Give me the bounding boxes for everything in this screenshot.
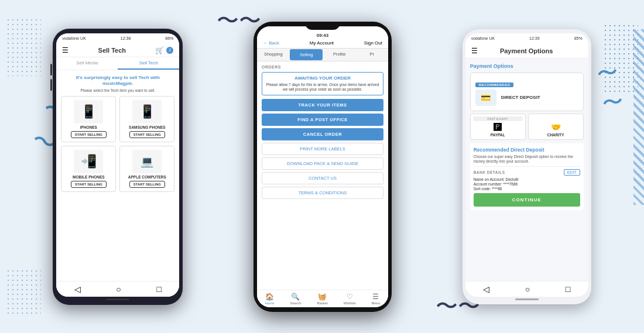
home-button-icon[interactable]: ○ [116,284,121,294]
list-item: 💻 APPLE COMPUTERS START SELLING [119,146,174,192]
nav-wishlist[interactable]: ♡ Wishlist [344,293,356,305]
background: 〜〜 〜〜 〜〜 〜〜 vodafone UK 12:38 86% ☰ Sell… [0,0,644,333]
recommended-badge: RECOMMENDED [475,83,514,87]
decoration-wave-right: 〜〜 [595,57,626,119]
sell-tech-headline: It's surprisingly easy to sell Tech with… [61,75,174,87]
fast-easy-badge: FAST & EASY [473,116,523,121]
tab-sell-tech[interactable]: Sell Tech [118,57,179,70]
nav-basket[interactable]: 🧺 Basket [317,293,327,305]
sell-tech-subtext: Please select the Tech item you want to … [61,88,174,92]
apple-start-selling[interactable]: START SELLING [129,181,165,188]
phone-2-body: ORDERS AWAITING YOUR ORDER Please allow … [257,61,388,290]
paypal-icon: 🅿 [494,122,502,132]
my-account-link[interactable]: My Account [310,40,334,46]
tab-selling[interactable]: Selling [290,49,323,60]
nav-menu[interactable]: ☰ Menu [371,293,380,305]
phone-2-tabs: Shopping Selling Profile Pr [257,49,388,61]
back-button[interactable]: ← Back [263,40,279,46]
cart-icon[interactable]: 🛒 [155,46,164,54]
payment-options-title: Payment Options [500,47,553,54]
basket-icon: 🧺 [318,293,327,301]
recommended-description: Choose our super easy Direct Deposit opt… [474,155,580,164]
direct-deposit-icon: 💳 [475,90,496,106]
bank-name-row: Name on Account: Decluttr [474,177,580,181]
nav-search[interactable]: 🔍 Search [290,293,301,305]
phone-2-container: 09:43 ← Back My Account Sign Out Shoppin… [254,22,392,312]
list-item: 📱 SAMSUNG PHONES START SELLING [119,96,174,142]
apple-image: 💻 [132,150,162,173]
wishlist-icon: ♡ [347,293,353,301]
find-post-office-button[interactable]: FIND A POST OFFICE [262,114,383,126]
phone-3-carrier: vodafone UK [471,36,495,40]
awaiting-order-box: AWAITING YOUR ORDER Please allow 7 days … [262,72,383,96]
awaiting-text: Please allow 7 days for this to arrive. … [266,83,379,92]
direct-deposit-card[interactable]: RECOMMENDED 💳 DIRECT DEPOSIT [470,73,584,111]
samsung-start-selling[interactable]: START SELLING [129,131,165,138]
continue-button[interactable]: CONTINUE [474,193,580,207]
overview-button-icon[interactable]: □ [157,284,162,294]
phone-1-title: Sell Tech [98,47,126,54]
phone-3-back-icon[interactable]: ◁ [483,284,489,294]
phone-3-bezel: vodafone UK 12:39 85% ☰ Payment Options … [463,29,591,304]
phone-1-tabs: Sell Media Sell Tech [56,57,179,70]
fast-easy-section: FAST & EASY 🅿 PAYPAL x 🤝 CHARITY [470,114,584,140]
phone-1-side-buttons [50,64,52,91]
tab-more[interactable]: Pr [355,49,388,61]
back-button-icon[interactable]: ◁ [74,284,81,294]
phone-1-vol-down [50,79,52,91]
phone-1-carrier: vodafone UK [62,36,85,40]
bank-details-label: BANK DETAILS [474,170,505,174]
nav-home[interactable]: 🏠 Home [265,293,274,305]
charity-card[interactable]: x 🤝 CHARITY [528,114,584,140]
iphones-start-selling[interactable]: START SELLING [71,131,107,138]
track-items-button[interactable]: TRACK YOUR ITEMS [262,99,383,111]
phone-1-status-bar: vodafone UK 12:38 86% [56,33,179,44]
phone-3-home-icon[interactable]: ○ [525,284,530,294]
phone-1-battery: 86% [165,36,173,40]
decoration-dots-right [603,23,638,94]
download-guide-button[interactable]: DOWNLOAD PACK & SEND GUIDE [262,157,383,170]
terms-conditions-button[interactable]: TERMS & CONDITIONS [262,187,383,199]
phone-3-menu-icon[interactable]: ☰ [471,47,478,55]
phone-3-battery: 85% [574,36,583,40]
phone-3-bottom-nav: ◁ ○ □ [465,281,588,297]
recommended-title: Recommended Direct Deposit [474,147,580,153]
paypal-label: PAYPAL [491,133,505,137]
charity-icon: 🤝 [551,122,561,132]
samsung-image: 📱 [132,100,162,123]
cancel-order-button[interactable]: CANCEL ORDER [262,128,383,140]
phone-3-time: 12:39 [529,36,540,40]
list-item: 📱 IPHONES START SELLING [61,96,116,142]
iphones-label: IPHONES [80,125,97,129]
phone-3-body: Payment Options RECOMMENDED 💳 DIRECT DEP… [465,59,588,281]
tab-sell-media[interactable]: Sell Media [56,57,118,70]
phone-1-home-indicator [106,298,129,300]
mobile-label: MOBILE PHONES [73,175,105,179]
product-grid: 📱 IPHONES START SELLING 📱 SAMSUNG PHONES… [61,96,174,192]
phone-3-container: vodafone UK 12:39 85% ☰ Payment Options … [463,29,591,304]
bank-account-row: Account number: ****7686 [474,182,580,186]
apple-label: APPLE COMPUTERS [128,175,166,179]
phone-1-container: vodafone UK 12:38 86% ☰ Sell Tech 🛒 2 [53,29,183,305]
phone-1-body: It's surprisingly easy to sell Tech with… [56,70,179,281]
hamburger-icon[interactable]: ☰ [62,46,68,54]
direct-deposit-label: DIRECT DEPOSIT [501,95,540,100]
print-labels-button[interactable]: PRINT MORE LABELS [262,143,383,155]
phone-2-bottom-nav: 🏠 Home 🔍 Search 🧺 Basket ♡ Wishlist [257,290,388,307]
tab-profile[interactable]: Profile [323,49,356,61]
phone-3-status-bar: vodafone UK 12:39 85% [465,33,588,44]
home-icon: 🏠 [265,293,274,301]
edit-bank-button[interactable]: EDIT [564,169,580,176]
phone-3-header: ☰ Payment Options [465,44,588,59]
phone-3-overview-icon[interactable]: □ [566,284,570,294]
tab-shopping[interactable]: Shopping [257,49,290,61]
charity-label: CHARITY [547,133,564,137]
sign-out-button[interactable]: Sign Out [364,40,382,46]
contact-us-button[interactable]: CONTACT US [262,172,383,184]
phone-1-bezel: vodafone UK 12:38 86% ☰ Sell Tech 🛒 2 [53,29,183,305]
recommended-section: Recommended Direct Deposit Choose our su… [470,143,584,211]
mobile-start-selling[interactable]: START SELLING [71,181,107,188]
cart-badge: 2 [166,47,173,54]
menu-icon: ☰ [372,293,379,301]
paypal-card[interactable]: FAST & EASY 🅿 PAYPAL [470,114,526,140]
